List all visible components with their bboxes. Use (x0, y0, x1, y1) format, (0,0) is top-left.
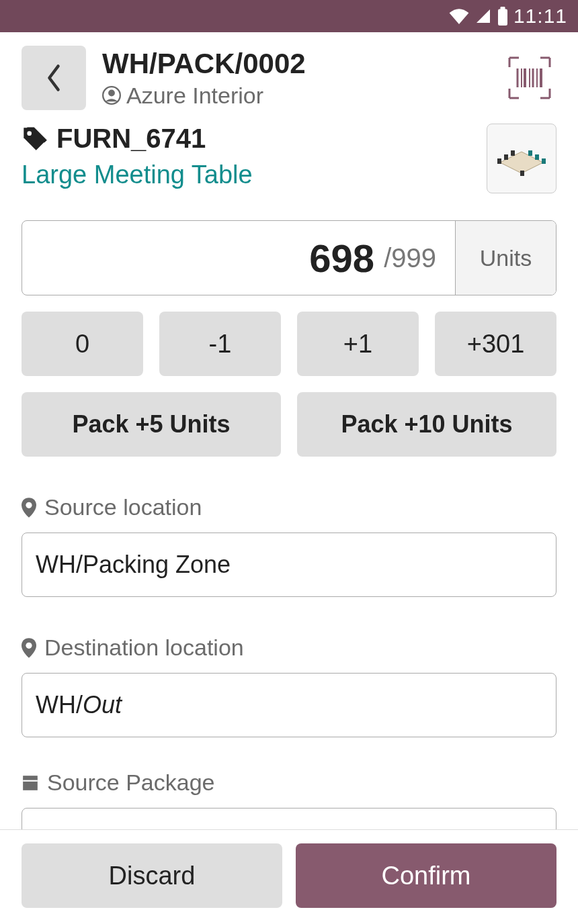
svg-point-3 (108, 90, 115, 97)
qty-plusrest-button[interactable]: +301 (435, 312, 556, 376)
destination-location-label: Destination location (22, 635, 556, 661)
quantity-total: /999 (384, 243, 436, 273)
source-package-label: Source Package (22, 770, 556, 796)
svg-point-11 (27, 131, 32, 136)
location-pin-icon (22, 498, 36, 518)
destination-location-field: Destination location WH/Out (22, 635, 556, 737)
back-button[interactable] (22, 46, 86, 110)
svg-point-21 (26, 642, 32, 648)
svg-rect-0 (498, 9, 507, 26)
wifi-icon (449, 8, 469, 24)
svg-rect-14 (504, 154, 508, 160)
nav-header: WH/PACK/0002 Azure Interior (0, 32, 578, 116)
destination-location-input[interactable]: WH/Out (22, 673, 556, 737)
discard-button[interactable]: Discard (22, 843, 282, 908)
product-name[interactable]: Large Meeting Table (22, 160, 253, 189)
svg-rect-17 (535, 154, 539, 160)
location-pin-icon (22, 638, 36, 658)
android-status-bar: 11:11 (0, 0, 578, 32)
source-location-field: Source location WH/Packing Zone (22, 494, 556, 597)
svg-point-20 (26, 502, 32, 508)
product-text: FURN_6741 Large Meeting Table (22, 124, 253, 189)
svg-rect-24 (23, 780, 38, 781)
quantity-input-row[interactable]: 698 /999 Units (22, 220, 556, 295)
source-location-input[interactable]: WH/Packing Zone (22, 533, 556, 597)
svg-rect-19 (520, 171, 524, 176)
svg-rect-18 (528, 150, 532, 156)
svg-rect-16 (542, 158, 546, 164)
scan-barcode-button[interactable] (503, 51, 556, 105)
pack-10-button[interactable]: Pack +10 Units (297, 392, 556, 457)
svg-rect-1 (500, 7, 505, 10)
product-row: FURN_6741 Large Meeting Table (0, 116, 578, 193)
svg-rect-13 (497, 158, 501, 164)
confirm-button[interactable]: Confirm (296, 843, 556, 908)
partner-row: Azure Interior (102, 83, 487, 109)
tag-icon (22, 126, 48, 152)
product-sku: FURN_6741 (56, 124, 206, 154)
bottom-action-bar: Discard Confirm (0, 829, 578, 924)
qty-zero-button[interactable]: 0 (22, 312, 143, 376)
battery-icon (497, 7, 508, 26)
source-location-label: Source location (22, 494, 556, 520)
partner-name: Azure Interior (126, 83, 263, 109)
pack-button-row: Pack +5 Units Pack +10 Units (22, 392, 556, 457)
document-title: WH/PACK/0002 (102, 48, 487, 80)
pack-5-button[interactable]: Pack +5 Units (22, 392, 281, 457)
svg-rect-15 (511, 150, 515, 156)
cell-signal-icon (474, 8, 492, 24)
barcode-scan-icon (505, 54, 554, 102)
status-time: 11:11 (513, 5, 567, 28)
product-sku-row: FURN_6741 (22, 124, 253, 154)
product-thumbnail[interactable] (487, 124, 556, 193)
quantity-value: 698 (309, 236, 374, 281)
chevron-left-icon (44, 63, 63, 93)
qty-plus1-button[interactable]: +1 (297, 312, 419, 376)
header-title-block: WH/PACK/0002 Azure Interior (102, 48, 487, 109)
quantity-unit-label: Units (455, 221, 556, 295)
quantity-input[interactable]: 698 /999 (22, 221, 455, 295)
user-circle-icon (102, 86, 121, 105)
svg-rect-23 (23, 776, 38, 779)
qty-step-grid: 0 -1 +1 +301 (22, 312, 556, 376)
package-icon (22, 774, 39, 792)
qty-minus1-button[interactable]: -1 (159, 312, 281, 376)
table-thumbnail-icon (493, 140, 550, 177)
source-package-field: Source Package (22, 770, 556, 835)
